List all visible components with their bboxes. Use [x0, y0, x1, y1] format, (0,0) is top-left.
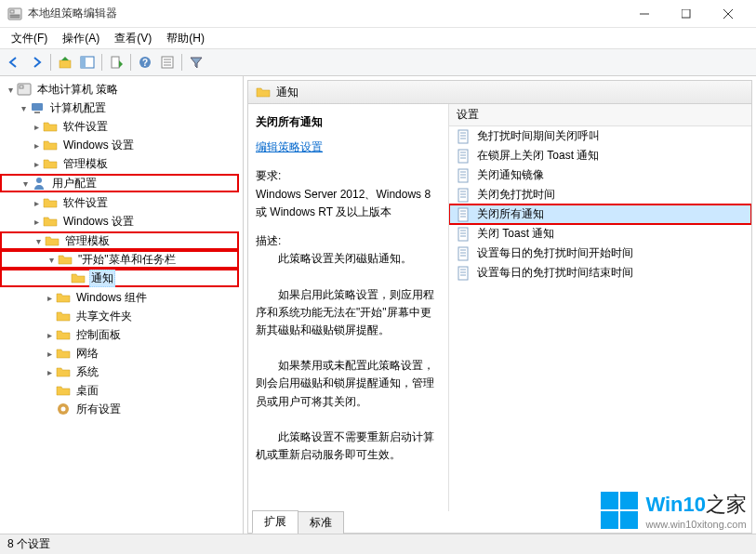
folder-icon	[43, 195, 58, 210]
policy-item-icon	[457, 129, 471, 144]
right-pane: 通知 关闭所有通知 编辑策略设置 要求: Windows Server 2012…	[244, 76, 756, 534]
svg-rect-5	[682, 9, 690, 18]
expand-icon[interactable]: ▾	[45, 255, 58, 265]
list-item-label: 关闭免打扰时间	[477, 187, 555, 203]
list-row[interactable]: 关闭 Toast 通知	[449, 224, 751, 244]
expand-icon[interactable]: ▸	[43, 349, 56, 359]
tree-label: 桌面	[74, 382, 100, 400]
close-button[interactable]	[707, 0, 749, 28]
tree-item[interactable]: ▸Windows 设置	[0, 136, 243, 154]
list-row[interactable]: 设置每日的免打扰时间结束时间	[449, 263, 751, 283]
policy-item-icon	[457, 207, 471, 222]
help-button[interactable]: ?	[135, 52, 155, 73]
expand-icon[interactable]: ▸	[30, 122, 43, 132]
titlebar: 本地组策略编辑器	[0, 0, 756, 28]
svg-rect-53	[458, 267, 468, 280]
tree-item[interactable]: ▸软件设置	[0, 193, 243, 212]
tree-item[interactable]: ▸控制面板	[0, 325, 243, 344]
tree-computer-config[interactable]: ▾ 计算机配置	[0, 99, 243, 117]
menu-help[interactable]: 帮助(H)	[159, 29, 212, 48]
tree-item[interactable]: ▸Windows 组件	[0, 288, 243, 307]
forward-button[interactable]	[26, 52, 46, 73]
expand-icon[interactable]: ▸	[30, 198, 43, 208]
tree-admin-templates[interactable]: ▾管理模板	[0, 231, 239, 250]
tree-label: 计算机配置	[48, 99, 108, 117]
svg-rect-8	[60, 60, 71, 68]
list-row[interactable]: 关闭通知镜像	[449, 165, 751, 185]
folder-icon	[56, 383, 71, 398]
policy-title: 关闭所有通知	[256, 113, 441, 131]
tree-item[interactable]: ▸管理模板	[0, 154, 243, 173]
expand-icon[interactable]: ▸	[30, 217, 43, 227]
menu-view[interactable]: 查看(V)	[107, 29, 159, 48]
separator	[50, 54, 51, 71]
tree-item[interactable]: 桌面	[0, 381, 243, 400]
tree-item[interactable]: ▸网络	[0, 344, 243, 363]
separator	[181, 54, 182, 71]
settings-list[interactable]: 设置 免打扰时间期间关闭呼叫在锁屏上关闭 Toast 通知关闭通知镜像关闭免打扰…	[449, 104, 751, 511]
svg-rect-2	[10, 15, 20, 16]
tree-label: 共享文件夹	[74, 308, 134, 325]
export-button[interactable]	[106, 52, 126, 73]
filter-button[interactable]	[186, 52, 206, 73]
back-button[interactable]	[4, 52, 24, 73]
expand-icon[interactable]: ▾	[4, 85, 17, 95]
expand-icon[interactable]: ▸	[43, 367, 56, 377]
list-row[interactable]: 关闭所有通知	[449, 204, 751, 224]
list-row[interactable]: 关闭免打扰时间	[449, 185, 751, 204]
tree-label: 软件设置	[61, 118, 110, 136]
policy-icon	[17, 82, 32, 97]
list-row[interactable]: 在锁屏上关闭 Toast 通知	[449, 146, 751, 165]
tree-item[interactable]: 共享文件夹	[0, 307, 243, 325]
expand-icon[interactable]: ▾	[19, 178, 32, 189]
expand-icon[interactable]: ▸	[43, 330, 56, 340]
folder-icon	[43, 214, 58, 229]
edit-policy-link[interactable]: 编辑策略设置	[256, 140, 323, 153]
main-area: ▾ 本地计算机 策略 ▾ 计算机配置 ▸软件设置 ▸Windows 设置 ▸管理…	[0, 76, 756, 534]
up-button[interactable]	[55, 52, 75, 73]
tree-pane[interactable]: ▾ 本地计算机 策略 ▾ 计算机配置 ▸软件设置 ▸Windows 设置 ▸管理…	[0, 76, 244, 534]
list-item-label: 关闭所有通知	[477, 206, 544, 222]
list-header[interactable]: 设置	[449, 104, 751, 126]
expand-icon[interactable]: ▸	[30, 159, 43, 169]
list-row[interactable]: 设置每日的免打扰时间开始时间	[449, 244, 751, 263]
properties-button[interactable]	[157, 52, 178, 73]
svg-rect-29	[458, 150, 468, 163]
tree-item[interactable]: ▸软件设置	[0, 117, 243, 136]
svg-rect-19	[20, 86, 23, 88]
description-p2: 如果启用此策略设置，则应用程序和系统功能无法在"开始"屏幕中更新其磁贴和磁贴锁屏…	[256, 286, 441, 340]
menu-action[interactable]: 操作(A)	[55, 29, 107, 48]
expand-icon[interactable]: ▸	[43, 293, 56, 303]
menu-file[interactable]: 文件(F)	[4, 29, 55, 48]
show-hide-tree-button[interactable]	[77, 52, 98, 73]
list-item-label: 设置每日的免打扰时间结束时间	[477, 265, 633, 281]
minimize-button[interactable]	[623, 0, 665, 28]
separator	[130, 54, 131, 71]
maximize-button[interactable]	[665, 0, 707, 28]
folder-icon	[56, 364, 71, 379]
tree-user-config[interactable]: ▾ 用户配置	[0, 174, 239, 192]
tree-root[interactable]: ▾ 本地计算机 策略	[0, 80, 243, 99]
svg-rect-1	[10, 10, 14, 13]
tab-standard[interactable]: 标准	[298, 511, 344, 534]
toolbar: ?	[0, 48, 756, 76]
list-row[interactable]: 免打扰时间期间关闭呼叫	[449, 126, 751, 146]
policy-item-icon	[457, 188, 471, 203]
svg-rect-10	[81, 57, 86, 68]
tree-label: 本地计算机 策略	[35, 81, 120, 99]
policy-item-icon	[457, 168, 471, 183]
tree-start-menu[interactable]: ▾"开始"菜单和任务栏	[0, 250, 239, 269]
expand-icon[interactable]: ▾	[17, 103, 30, 113]
tree-notifications[interactable]: 通知	[0, 269, 239, 287]
app-icon	[7, 7, 22, 21]
description-p1: 此策略设置关闭磁贴通知。	[256, 250, 441, 268]
tree-item[interactable]: 所有设置	[0, 400, 243, 418]
expand-icon[interactable]: ▸	[30, 140, 43, 151]
tab-extended[interactable]: 扩展	[252, 510, 298, 534]
svg-rect-11	[112, 57, 119, 68]
tree-label: Windows 设置	[61, 213, 136, 231]
window-title: 本地组策略编辑器	[28, 6, 623, 21]
tree-item[interactable]: ▸系统	[0, 363, 243, 381]
tree-item[interactable]: ▸Windows 设置	[0, 212, 243, 231]
expand-icon[interactable]: ▾	[32, 236, 45, 246]
